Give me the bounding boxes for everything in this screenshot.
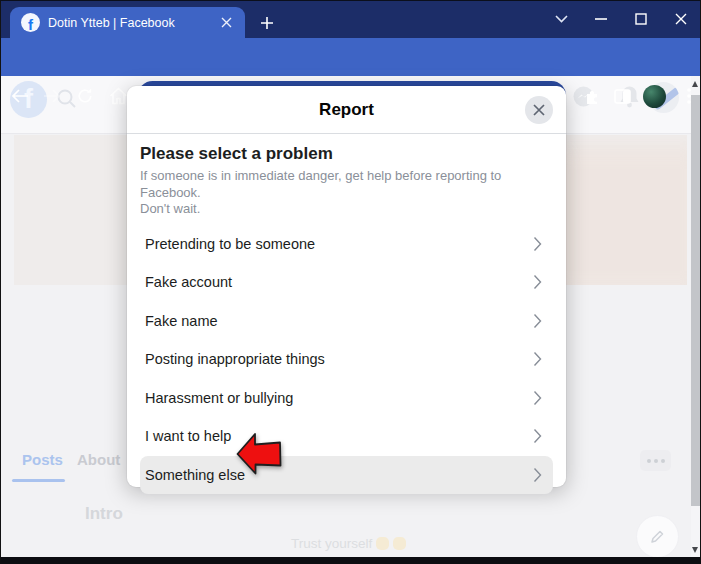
profile-tagline: Trust yourself (291, 536, 406, 551)
chevron-right-icon (533, 236, 542, 252)
reason-harassment[interactable]: Harassment or bullying (140, 379, 553, 418)
tab-close-icon[interactable] (217, 14, 235, 32)
more-options-button[interactable] (640, 450, 671, 471)
chevron-right-icon (533, 390, 542, 406)
report-dialog: Report Please select a problem If someon… (127, 86, 566, 487)
dialog-title: Report (319, 100, 374, 120)
chevron-right-icon (533, 351, 542, 367)
reason-fake-account[interactable]: Fake account (140, 263, 553, 302)
problem-subtext: If someone is in immediate danger, get h… (140, 168, 553, 218)
reload-button[interactable] (74, 85, 96, 107)
maximize-button[interactable] (621, 4, 661, 34)
chevron-right-icon (533, 274, 542, 290)
forward-button[interactable] (41, 85, 63, 107)
close-window-button[interactable] (661, 4, 701, 34)
profile-avatar[interactable] (642, 84, 666, 108)
browser-window: f Dotin Ytteb | Facebook (0, 0, 701, 564)
posts-active-underline (12, 479, 65, 482)
page-scrollbar[interactable] (691, 76, 700, 557)
reason-fake-name[interactable]: Fake name (140, 302, 553, 341)
side-panel-icon[interactable] (611, 85, 633, 107)
report-dialog-header: Report (127, 86, 566, 134)
edit-pencil-button[interactable] (636, 515, 679, 557)
reason-want-to-help[interactable]: I want to help (140, 417, 553, 456)
intro-heading: Intro (85, 504, 123, 524)
chevron-right-icon (533, 428, 542, 444)
tab-about[interactable]: About (77, 451, 120, 468)
reason-pretending[interactable]: Pretending to be someone (140, 225, 553, 264)
red-annotation-arrow (236, 428, 282, 478)
scrollbar-thumb[interactable] (691, 95, 700, 506)
browser-tab[interactable]: f Dotin Ytteb | Facebook (10, 7, 245, 38)
back-button[interactable] (9, 85, 31, 107)
chevron-right-icon (533, 467, 542, 483)
scrollbar-down-arrow[interactable] (692, 547, 698, 553)
home-button[interactable] (107, 85, 129, 107)
browser-titlebar: f Dotin Ytteb | Facebook (0, 0, 701, 38)
smiley-emoji (376, 537, 389, 550)
tab-search-chevron-icon[interactable] (541, 4, 581, 34)
new-tab-button[interactable] (256, 12, 278, 34)
report-reason-list: Pretending to be someone Fake account Fa… (140, 225, 553, 495)
smiley-emoji (393, 537, 406, 550)
browser-toolbar: facebook.com/ (0, 38, 701, 76)
dialog-close-button[interactable] (525, 96, 553, 124)
facebook-favicon-icon: f (21, 13, 40, 32)
reason-inappropriate[interactable]: Posting inappropriate things (140, 340, 553, 379)
tab-title: Dotin Ytteb | Facebook (48, 16, 217, 30)
minimize-button[interactable] (581, 4, 621, 34)
extensions-puzzle-icon[interactable] (581, 85, 603, 107)
chevron-right-icon (533, 313, 542, 329)
browser-menu-kebab-icon[interactable] (678, 85, 700, 107)
tab-posts[interactable]: Posts (22, 451, 63, 468)
window-controls (541, 0, 701, 38)
problem-heading: Please select a problem (140, 144, 553, 164)
reason-something-else[interactable]: Something else (140, 456, 553, 495)
